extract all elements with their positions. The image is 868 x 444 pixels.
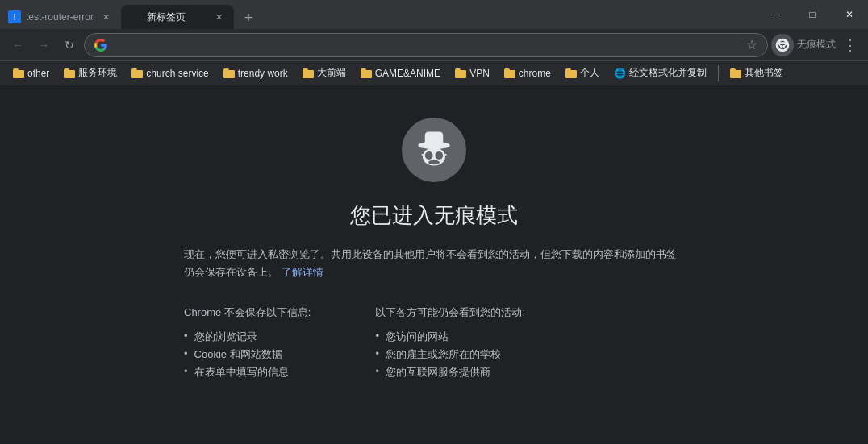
back-button[interactable]: ← [6, 34, 29, 56]
bookmark-format-copy[interactable]: 🌐 经文格式化并复制 [607, 64, 713, 82]
list-item: 您的浏览记录 [184, 328, 311, 346]
list-item: 您的雇主或您所在的学校 [375, 346, 525, 363]
toolbar: ← → ↻ ☆ 无痕模式 ⋮ [0, 29, 868, 61]
list-item: 在表单中填写的信息 [184, 363, 311, 381]
bookmark-daqianduan[interactable]: 大前端 [296, 64, 353, 82]
tab-favicon-2 [129, 10, 142, 23]
svg-rect-3 [425, 132, 443, 147]
close-button[interactable]: ✕ [831, 0, 868, 29]
google-icon [94, 39, 107, 52]
menu-button[interactable]: ⋮ [839, 34, 862, 56]
list-item: 您的互联网服务提供商 [375, 363, 525, 381]
bookmark-label: 个人 [580, 66, 599, 80]
bookmark-separator [718, 65, 719, 81]
others-might-see-heading: 以下各方可能仍会看到您的活动: [375, 305, 525, 320]
globe-icon: 🌐 [614, 68, 626, 79]
folder-icon [565, 68, 577, 78]
address-bar[interactable]: ☆ [84, 33, 768, 57]
bookmark-label: 大前端 [317, 66, 346, 80]
others-might-see-list: 您访问的网站 您的雇主或您所在的学校 您的互联网服务提供商 [375, 328, 525, 381]
folder-icon [131, 68, 143, 78]
bookmark-label: 其他书签 [745, 66, 783, 80]
bookmark-label: trendy work [238, 68, 288, 79]
bookmark-vpn[interactable]: VPN [449, 65, 496, 81]
others-might-see-column: 以下各方可能仍会看到您的活动: 您访问的网站 您的雇主或您所在的学校 您的互联网… [375, 305, 525, 381]
forward-button[interactable]: → [32, 34, 55, 56]
bookmark-personal[interactable]: 个人 [559, 64, 606, 82]
reload-button[interactable]: ↻ [58, 34, 81, 56]
list-item: Cookie 和网站数据 [184, 346, 311, 363]
window-controls: — □ ✕ [757, 0, 868, 29]
bookmark-church-service[interactable]: church service [125, 65, 215, 81]
chrome-wont-save-list: 您的浏览记录 Cookie 和网站数据 在表单中填写的信息 [184, 328, 311, 381]
bookmark-label: GAME&ANIME [375, 68, 440, 79]
title-bar: ! test-router-error ✕ 新标签页 ✕ + — □ ✕ [0, 0, 868, 29]
tab-test-router-error[interactable]: ! test-router-error ✕ [0, 5, 121, 29]
maximize-button[interactable]: □ [794, 0, 831, 29]
tab-close-1[interactable]: ✕ [98, 10, 113, 24]
chrome-wont-save-heading: Chrome 不会保存以下信息: [184, 305, 311, 320]
tab-close-2[interactable]: ✕ [211, 10, 226, 24]
tab-title-2: 新标签页 [147, 10, 207, 24]
bookmark-label: VPN [469, 68, 490, 79]
incognito-icon [411, 127, 457, 172]
new-tab-button[interactable]: + [237, 6, 260, 29]
bookmark-label: 经文格式化并复制 [629, 66, 707, 80]
folder-icon [303, 68, 314, 78]
main-content: 您已进入无痕模式 现在，您便可进入私密浏览了。共用此设备的其他用户将不会看到您的… [0, 85, 868, 381]
bookmarks-bar: other 服务环境 church service trendy work 大前… [0, 61, 868, 85]
main-description: 现在，您便可进入私密浏览了。共用此设备的其他用户将不会看到您的活动，但您下载的内… [184, 246, 684, 281]
bookmark-label: other [27, 68, 49, 79]
bookmark-game-anime[interactable]: GAME&ANIME [354, 65, 447, 81]
folder-icon [730, 68, 741, 78]
svg-text:!: ! [14, 13, 16, 22]
address-input[interactable] [114, 39, 740, 51]
folder-icon [223, 68, 235, 78]
list-item: 您访问的网站 [375, 328, 525, 346]
incognito-title: 您已进入无痕模式 [350, 201, 518, 230]
bookmark-label: chrome [519, 68, 551, 79]
bookmark-other[interactable]: other [6, 65, 56, 81]
bookmark-trendy-work[interactable]: trendy work [217, 65, 294, 81]
tab-title-1: test-router-error [26, 11, 94, 23]
folder-icon [361, 68, 372, 78]
minimize-button[interactable]: — [757, 0, 794, 29]
tab-favicon-1: ! [8, 10, 21, 23]
bookmark-other-bookmarks[interactable]: 其他书签 [724, 64, 790, 82]
folder-icon [64, 68, 75, 78]
bookmark-chrome[interactable]: chrome [498, 65, 557, 81]
folder-icon [504, 68, 515, 78]
folder-icon [455, 68, 466, 78]
svg-point-5 [425, 151, 433, 160]
folder-icon [13, 68, 24, 78]
tab-new[interactable]: 新标签页 ✕ [121, 5, 234, 29]
svg-point-6 [435, 151, 443, 160]
bookmark-service-env[interactable]: 服务环境 [57, 64, 123, 82]
incognito-icon-wrapper [402, 118, 466, 182]
incognito-label: 无痕模式 [797, 38, 836, 52]
profile-button[interactable] [771, 34, 794, 56]
tab-group: ! test-router-error ✕ 新标签页 ✕ + [0, 0, 260, 29]
learn-more-link[interactable]: 了解详情 [282, 266, 323, 278]
bookmark-star-button[interactable]: ☆ [746, 37, 757, 52]
bookmark-label: 服务环境 [78, 66, 117, 80]
info-columns: Chrome 不会保存以下信息: 您的浏览记录 Cookie 和网站数据 在表单… [184, 305, 684, 381]
description-text: 现在，您便可进入私密浏览了。共用此设备的其他用户将不会看到您的活动，但您下载的内… [184, 248, 677, 278]
chrome-wont-save-column: Chrome 不会保存以下信息: 您的浏览记录 Cookie 和网站数据 在表单… [184, 305, 311, 381]
bookmark-label: church service [146, 68, 208, 79]
svg-point-10 [428, 160, 440, 165]
